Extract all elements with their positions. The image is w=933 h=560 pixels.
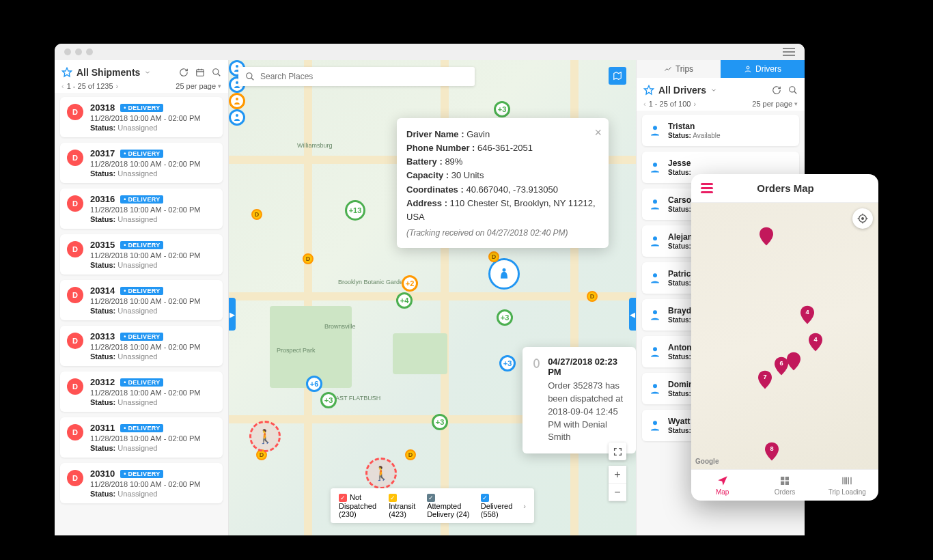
order-pin[interactable] [760,227,773,246]
order-pin[interactable]: 6 [775,356,788,376]
svg-text:8: 8 [770,445,773,452]
shipment-id: 20311 [90,423,115,433]
locate-me-button[interactable] [852,208,873,229]
mobile-tab-map[interactable]: Map [691,470,753,501]
svg-marker-9 [614,72,622,80]
order-pin[interactable]: 4 [800,305,814,324]
driver-icon [649,161,661,173]
shipment-card[interactable]: D 20312 • DELIVERY 11/28/2018 10:00 AM -… [60,372,223,412]
chevron-down-icon[interactable]: ▾ [218,83,221,89]
delivery-badge: • DELIVERY [120,287,163,295]
tab-drivers[interactable]: Drivers [721,60,805,78]
delivery-badge: • DELIVERY [120,424,163,432]
panel-expand-right[interactable]: ◂ [629,298,636,331]
star-icon[interactable] [61,67,72,78]
shipment-card[interactable]: D 20314 • DELIVERY 11/28/2018 10:00 AM -… [60,280,223,320]
legend-item[interactable]: ✓Not Dispatched (230) [339,493,378,518]
driver-status: Status: [668,353,694,361]
traffic-light-min[interactable] [75,48,82,55]
map-cluster[interactable]: +6 [306,376,322,392]
map-cluster[interactable]: +3 [432,414,448,430]
delivery-pin[interactable]: D [405,449,416,460]
legend-item[interactable]: ✓Delivered (558) [481,493,512,518]
shipment-card[interactable]: D 20315 • DELIVERY 11/28/2018 10:00 AM -… [60,234,223,275]
delivery-pin[interactable]: D [587,291,598,302]
chevron-down-icon[interactable] [710,85,717,95]
legend-item[interactable]: ✓Intransit (423) [389,493,416,518]
titlebar [55,44,805,60]
map-cluster[interactable]: +3 [499,355,516,372]
map-cluster[interactable]: +3 [494,101,510,117]
fullscreen-button[interactable] [609,443,626,460]
zoom-control: + − [609,466,626,501]
map-cluster[interactable]: +2 [402,275,418,292]
drivers-title[interactable]: All Drivers [658,85,706,96]
next-page-icon[interactable]: › [116,82,119,90]
delivery-pin[interactable]: D [251,209,262,220]
traffic-light-close[interactable] [64,48,71,55]
per-page-label[interactable]: 25 per page [752,100,792,108]
map-area[interactable]: Williamsburg Prospect Park Brooklyn Bota… [229,60,636,535]
legend-next-icon[interactable]: › [523,502,526,510]
map-cluster[interactable]: +3 [320,392,337,408]
refresh-icon[interactable] [772,85,781,95]
traffic-light-max[interactable] [86,48,93,55]
mobile-map[interactable]: 4 6 7 8 4 Google [691,203,878,469]
driver-pin[interactable] [229,109,245,126]
next-page-icon[interactable]: › [693,100,696,108]
driver-name-value: Gavin [466,129,490,139]
shipment-avatar: D [67,424,83,440]
map-cluster[interactable]: +3 [497,309,513,326]
search-icon[interactable] [788,85,798,95]
zoom-in-button[interactable]: + [609,466,626,484]
driver-card[interactable]: Tristan Status: Available [642,115,799,146]
phone-value: 646-361-2051 [477,143,533,153]
zoom-out-button[interactable]: − [609,484,626,501]
close-icon[interactable]: × [594,124,602,143]
order-pin[interactable]: 7 [758,370,772,389]
delivery-pin[interactable]: D [303,253,314,264]
shipment-card[interactable]: D 20313 • DELIVERY 11/28/2018 10:00 AM -… [60,326,223,366]
panel-expand-left[interactable]: ▸ [229,298,236,331]
chevron-down-icon[interactable] [144,68,151,77]
prev-page-icon[interactable]: ‹ [643,100,646,108]
shipment-status: Status: Unassigned [90,307,216,315]
calendar-icon[interactable] [195,68,205,77]
legend-item[interactable]: ✓Attempted Delivery (24) [427,493,470,518]
walker-pin[interactable]: 🚶 [249,421,281,452]
shipment-card[interactable]: D 20317 • DELIVERY 11/28/2018 10:00 AM -… [60,143,223,183]
shipment-card[interactable]: D 20310 • DELIVERY 11/28/2018 10:00 AM -… [60,463,223,503]
map-cluster[interactable]: +13 [345,200,365,221]
shipment-card[interactable]: D 20318 • DELIVERY 11/28/2018 10:00 AM -… [60,97,223,137]
map-cluster[interactable]: +4 [396,292,413,309]
chevron-down-icon[interactable]: ▾ [794,100,798,107]
order-pin[interactable] [787,352,800,371]
driver-pin[interactable] [229,93,245,109]
search-icon[interactable] [212,68,221,77]
tab-trips[interactable]: Trips [637,60,721,78]
star-icon[interactable] [643,85,654,96]
mobile-tab-trip[interactable]: Trip Loading [816,470,878,501]
capacity-value: 30 Units [451,170,484,180]
shipments-list[interactable]: D 20318 • DELIVERY 11/28/2018 10:00 AM -… [55,93,228,535]
prev-page-icon[interactable]: ‹ [61,82,64,90]
delivery-pin[interactable]: D [488,251,499,262]
delivery-badge: • DELIVERY [120,150,163,158]
shipments-title[interactable]: All Shipments [76,67,140,78]
map-search-input[interactable] [260,72,468,81]
driver-pin-active[interactable] [488,258,520,290]
order-pin[interactable]: 4 [809,333,822,352]
shipment-time: 11/28/2018 10:00 AM - 02:00 PM [90,389,216,397]
walker-pin[interactable]: 🚶 [365,458,397,489]
per-page-label[interactable]: 25 per page [176,82,216,90]
refresh-icon[interactable] [179,68,189,77]
map-toggle-button[interactable] [609,67,626,85]
shipment-card[interactable]: D 20311 • DELIVERY 11/28/2018 10:00 AM -… [60,417,223,458]
map-search-box[interactable] [238,67,475,86]
driver-name: Tristan [668,122,721,131]
mobile-title: Orders Map [702,182,869,194]
mobile-tab-orders[interactable]: Orders [753,470,816,501]
shipment-card[interactable]: D 20316 • DELIVERY 11/28/2018 10:00 AM -… [60,188,223,229]
hamburger-icon[interactable] [783,48,795,56]
order-pin[interactable]: 8 [765,442,779,461]
